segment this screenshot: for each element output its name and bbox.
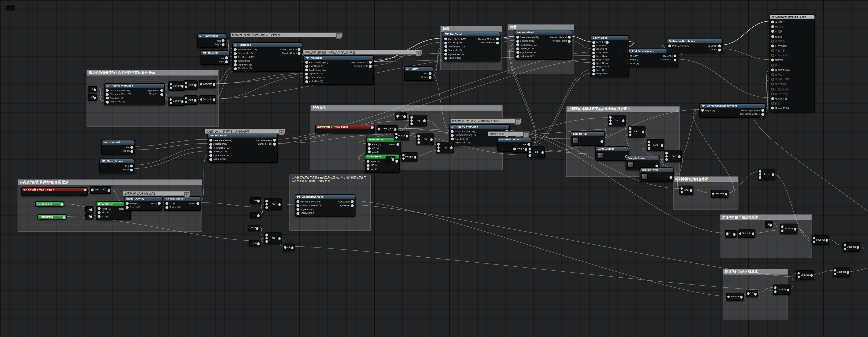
input-pin[interactable] <box>234 56 237 59</box>
node-title[interactable]: MF_MatBlend <box>304 56 373 60</box>
output-pin[interactable] <box>291 247 294 249</box>
node-title[interactable]: MF_River_Stones <box>498 138 531 142</box>
output-pin[interactable] <box>761 109 764 112</box>
output-pin[interactable] <box>606 41 609 44</box>
input-pin[interactable] <box>528 151 531 153</box>
output-pin[interactable] <box>414 156 416 159</box>
input-pin[interactable] <box>305 68 308 72</box>
input-pin[interactable] <box>437 143 440 146</box>
output-pin[interactable] <box>600 140 603 143</box>
input-pin[interactable] <box>771 59 774 62</box>
node-mf-landscapedisplacement[interactable]: MF_LandscapeDisplacementHeight (S)WorldD… <box>699 103 766 118</box>
input-pin[interactable] <box>771 92 774 95</box>
node-absoluteworldposition-2[interactable]: 绝对世界位置（不包括材质偏移） <box>315 124 375 134</box>
input-pin[interactable] <box>265 206 268 209</box>
input-pin[interactable] <box>98 215 100 218</box>
output-pin[interactable] <box>787 289 789 291</box>
node-absoluteworldposition-1[interactable]: 绝对世界位置（不包括材质偏移） <box>21 187 88 196</box>
node-blend-overlay[interactable]: Blend_OverlayBase (V3)ResultBlend (V3) <box>124 196 162 211</box>
input-pin[interactable] <box>629 130 631 133</box>
node-lerp-8[interactable]: Lerp <box>664 150 682 162</box>
node-sub-2[interactable]: Subtract <box>842 242 860 252</box>
input-pin[interactable] <box>165 206 168 209</box>
output-pin[interactable] <box>90 215 93 218</box>
comment-title[interactable]: 得到水区域的白色遮罩 <box>674 177 738 182</box>
node-title[interactable]: Sample Snow <box>626 156 659 161</box>
output-pin[interactable] <box>397 143 399 146</box>
comment-title[interactable]: 混合雪坑 <box>311 105 502 111</box>
input-pin[interactable] <box>812 237 815 240</box>
input-pin[interactable] <box>843 244 846 247</box>
input-pin[interactable] <box>771 83 774 86</box>
node-title[interactable]: GetMaterialAttributes <box>667 39 722 44</box>
node-const-2b[interactable]: 2 <box>765 221 773 228</box>
output-pin[interactable] <box>130 146 133 149</box>
input-pin[interactable] <box>516 36 519 39</box>
input-pin[interactable] <box>629 134 631 136</box>
input-pin[interactable] <box>797 272 800 275</box>
input-pin[interactable] <box>648 147 650 149</box>
node-title[interactable]: MF_SnowBlend <box>197 34 226 38</box>
node-title[interactable]: MF_GrassWild <box>102 140 134 145</box>
input-pin[interactable] <box>185 82 187 84</box>
node-title[interactable]: MF_MatBlend <box>443 32 500 36</box>
node-mul-4[interactable]: Multiply <box>780 224 798 234</box>
input-pin[interactable] <box>305 65 308 68</box>
node-mf-matblend-3[interactable]: MF_MatBlendBase Material (MA)Blended Mat… <box>208 133 278 163</box>
input-pin[interactable] <box>701 109 704 112</box>
output-pin[interactable] <box>298 52 301 55</box>
input-pin[interactable] <box>417 138 420 141</box>
comment-title[interactable]: 河雪 <box>508 25 574 30</box>
output-pin[interactable] <box>660 144 663 147</box>
output-pin[interactable] <box>740 296 743 299</box>
input-pin[interactable] <box>209 143 212 146</box>
node-lerp-11[interactable]: Lerp <box>264 232 282 244</box>
input-pin[interactable] <box>169 102 172 104</box>
output-pin[interactable] <box>278 203 281 206</box>
input-pin[interactable] <box>169 98 172 101</box>
output-pin[interactable] <box>810 274 813 277</box>
node-oneminus-3[interactable]: 1-x <box>746 290 758 298</box>
node-sat-1[interactable]: Saturate <box>199 80 216 88</box>
node-lerp-6[interactable]: Lerp <box>628 126 646 138</box>
input-pin[interactable] <box>609 119 612 122</box>
input-pin[interactable] <box>106 93 109 96</box>
input-pin[interactable] <box>513 147 516 150</box>
output-pin[interactable] <box>221 43 224 46</box>
note-dropdown-icon[interactable]: ▾ <box>279 130 284 135</box>
input-pin[interactable] <box>265 203 268 205</box>
output-pin[interactable] <box>273 143 276 146</box>
input-pin[interactable] <box>592 62 595 65</box>
node-sat-2[interactable]: Saturate <box>199 95 216 104</box>
input-pin[interactable] <box>771 54 774 57</box>
input-pin[interactable] <box>833 273 836 275</box>
output-pin[interactable] <box>429 72 432 75</box>
input-pin[interactable] <box>265 237 268 240</box>
node-mf-moist-stones[interactable]: MF_Moist_StonesMatHeight <box>99 159 134 173</box>
input-pin[interactable] <box>774 290 776 293</box>
input-pin[interactable] <box>199 83 202 85</box>
node-const-012[interactable]: 0.12 <box>249 240 261 247</box>
output-pin[interactable] <box>93 96 96 99</box>
input-pin[interactable] <box>185 85 187 88</box>
input-pin[interactable] <box>712 192 715 195</box>
input-pin[interactable] <box>106 89 109 92</box>
note-dropdown-icon[interactable]: ▾ <box>336 33 341 38</box>
output-pin[interactable] <box>690 189 692 192</box>
output-pin[interactable] <box>846 271 849 274</box>
input-pin[interactable] <box>305 80 308 83</box>
material-graph-canvas[interactable]: 得到的为雪覆盖的为白色可以与其他混合 叠放从高度的贴图获得为0的底层 叠放混合雪… <box>0 0 868 337</box>
node-lerp-1[interactable]: Lerp <box>409 115 427 127</box>
node-lerp-3[interactable]: Lerp <box>436 142 454 153</box>
output-pin[interactable] <box>826 239 828 242</box>
input-pin[interactable] <box>106 101 109 104</box>
input-pin[interactable] <box>528 154 531 157</box>
input-pin[interactable] <box>209 150 212 153</box>
comment-title[interactable]: 从高度的贴图获得为0的底层 叠放 <box>18 180 202 185</box>
node-lerp-12[interactable]: Lerp <box>758 169 775 180</box>
input-pin[interactable] <box>781 230 783 232</box>
output-pin[interactable] <box>369 61 372 64</box>
output-pin[interactable] <box>669 176 672 179</box>
input-pin[interactable] <box>126 202 129 205</box>
input-pin[interactable] <box>771 64 774 66</box>
